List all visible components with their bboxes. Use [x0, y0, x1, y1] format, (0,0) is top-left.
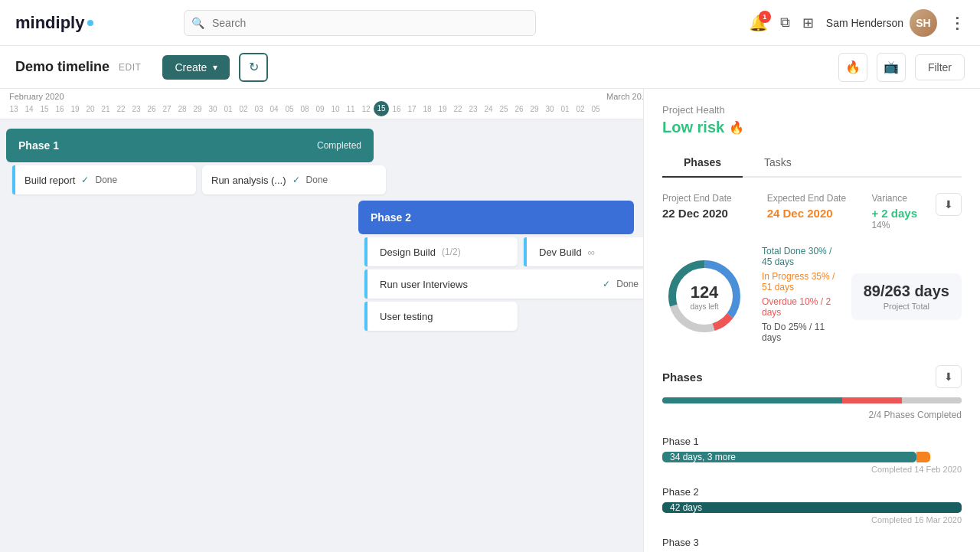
check-icon: ✓ — [603, 279, 610, 289]
more-options-button[interactable]: ⋮ — [949, 14, 965, 32]
phases-completed-label: 2/4 Phases Completed — [662, 410, 962, 420]
task-name: Dev Build — [533, 247, 582, 258]
avatar: SH — [910, 9, 937, 37]
date-cell: 13 — [6, 101, 21, 118]
create-button[interactable]: Create ▾ — [162, 55, 230, 80]
gantt-content: Phase 1 Completed Build report ✓ Done Ru… — [0, 119, 643, 346]
phase-row-1: Phase 1 Completed Build report ✓ Done Ru… — [6, 129, 637, 194]
project-total-box: 89/263 days Project Total — [851, 273, 962, 320]
filter-button[interactable]: Filter — [915, 54, 965, 80]
project-end-date: Project End Date 22 Dec 2020 — [662, 193, 749, 220]
grid-button[interactable]: ⊞ — [802, 15, 814, 31]
task-run-analysis[interactable]: Run analysis (...) ✓ Done — [202, 165, 386, 194]
notification-badge: 1 — [759, 11, 771, 23]
task-status: Done — [616, 279, 639, 289]
phase-list-item-1: Phase 1 34 days, 3 more Completed 14 Feb… — [662, 436, 962, 474]
legend-overdue: Overdue 10% / 2 days — [762, 296, 836, 318]
header: mindiply 🔍 🔔 1 ⧉ ⊞ Sam Henderson SH ⋮ — [0, 0, 980, 46]
project-health-value: Low risk 🔥 — [662, 119, 962, 136]
task-accent-icon — [364, 269, 368, 299]
task-design-build[interactable]: Design Build (1/2) — [364, 237, 518, 266]
logo-dot-icon — [87, 20, 93, 26]
check-icon: ✓ — [292, 175, 300, 185]
task-build-report[interactable]: Build report ✓ Done — [12, 165, 196, 194]
phase-2-label: Phase 2 — [371, 211, 411, 224]
month-label-mar: March 20... — [603, 90, 643, 101]
stats-legend: Total Done 30% / 45 days In Progress 35%… — [762, 246, 836, 347]
main-layout: February 2020 13 14 15 16 19 20 21 22 23… — [0, 89, 980, 552]
project-health-label: Project Health — [662, 104, 962, 116]
phases-section-title: Phases — [662, 371, 703, 384]
phase-2-bar[interactable]: Phase 2 — [358, 201, 634, 234]
task-accent-icon — [364, 237, 368, 266]
project-title: Demo timeline — [15, 59, 109, 75]
task-name: User testing — [374, 311, 433, 322]
donut-center: 124 days left — [690, 283, 718, 311]
notification-button[interactable]: 🔔 1 — [749, 14, 768, 32]
phase-1-bar-container: 34 days, 3 more — [662, 452, 962, 462]
phase-2-tasks: Design Build (1/2) Dev Build ∞ Run user … — [364, 237, 637, 331]
orange-stub — [916, 452, 930, 462]
date-ruler: February 2020 13 14 15 16 19 20 21 22 23… — [0, 89, 643, 119]
phase-1-bar[interactable]: Phase 1 Completed — [6, 129, 374, 162]
chevron-down-icon: ▾ — [213, 62, 217, 73]
progress-red — [842, 397, 902, 403]
phases-download-button[interactable]: ⬇ — [936, 365, 962, 388]
task-run-interviews[interactable]: Run user Interviews ✓ Done — [364, 269, 643, 299]
edit-link[interactable]: EDIT — [119, 62, 141, 73]
task-status: Done — [95, 175, 117, 185]
phase-list-item-3: Phase 3 23 days, 2 overdue — [662, 537, 962, 552]
task-user-testing[interactable]: User testing — [364, 302, 518, 331]
legend-todo: To Do 25% / 11 days — [762, 322, 836, 343]
search-bar: 🔍 — [184, 10, 536, 36]
search-input[interactable] — [184, 10, 536, 36]
today-date-cell: 15 — [374, 101, 389, 116]
panel-content: Project End Date 22 Dec 2020 Expected En… — [644, 178, 980, 552]
link-icon: ∞ — [588, 247, 595, 258]
panel-header: Project Health Low risk 🔥 Phases Tasks — [644, 89, 980, 178]
logo: mindiply — [15, 13, 168, 33]
task-name: Build report — [24, 175, 75, 186]
legend-in-progress: In Progress 35% / 51 days — [762, 271, 836, 292]
task-name: Run user Interviews — [374, 279, 468, 290]
user-name: Sam Henderson — [826, 17, 903, 29]
phase-2-progress-bar: 42 days — [662, 502, 962, 513]
phases-section-header: Phases ⬇ — [662, 365, 962, 388]
month-label-feb: February 2020 — [6, 90, 603, 101]
task-status: Done — [306, 175, 328, 185]
progress-teal — [662, 397, 842, 403]
search-icon: 🔍 — [191, 17, 204, 29]
dates-row: Project End Date 22 Dec 2020 Expected En… — [662, 193, 962, 230]
present-button[interactable]: 📺 — [877, 53, 906, 82]
task-accent-icon — [524, 237, 527, 266]
tab-phases[interactable]: Phases — [662, 149, 743, 178]
phase-list-item-2: Phase 2 42 days Completed 16 Mar 2020 — [662, 486, 962, 524]
phase-1-progress-bar: 34 days, 3 more — [662, 452, 916, 462]
phase-1-label: Phase 1 — [18, 139, 59, 152]
stats-row: 124 days left Total Done 30% / 45 days I… — [662, 246, 962, 347]
legend-total-done: Total Done 30% / 45 days — [762, 246, 836, 267]
phase-1-status: Completed — [317, 140, 361, 151]
logo-text: mindiply — [15, 13, 84, 33]
expected-end-date: Expected End Date 24 Dec 2020 — [767, 193, 854, 220]
task-dev-build[interactable]: Dev Build ∞ — [524, 237, 643, 266]
task-accent-icon — [364, 302, 368, 331]
flame-icon: 🔥 — [729, 120, 744, 135]
donut-chart: 124 days left — [662, 254, 746, 338]
toolbar: Demo timeline EDIT Create ▾ ↻ 🔥 📺 Filter — [0, 46, 980, 89]
tab-tasks[interactable]: Tasks — [743, 149, 813, 178]
variance: Variance + 2 days 14% — [871, 193, 917, 230]
panel-tabs: Phases Tasks — [662, 149, 962, 178]
user-info: Sam Henderson SH — [826, 9, 937, 37]
right-panel: Project Health Low risk 🔥 Phases Tasks P… — [643, 89, 980, 552]
progress-gray — [902, 397, 962, 403]
phase-1-tasks: Build report ✓ Done Run analysis (...) ✓… — [12, 165, 637, 194]
task-accent-icon — [12, 165, 15, 194]
task-name: Design Build — [374, 247, 436, 258]
copy-button[interactable]: ⧉ — [780, 15, 790, 31]
task-name: Run analysis (...) — [211, 175, 286, 186]
refresh-button[interactable]: ↻ — [239, 53, 268, 82]
flame-button[interactable]: 🔥 — [838, 53, 867, 82]
header-right: 🔔 1 ⧉ ⊞ Sam Henderson SH ⋮ — [749, 9, 965, 37]
download-button[interactable]: ⬇ — [936, 193, 962, 216]
